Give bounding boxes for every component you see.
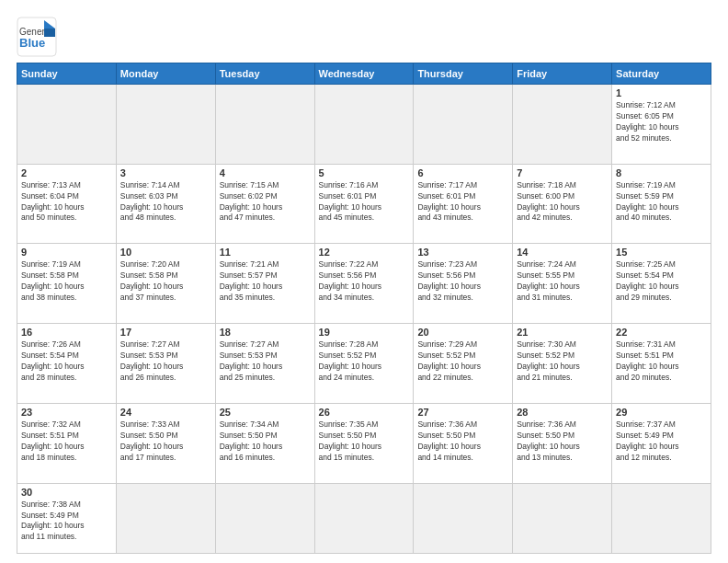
- table-row: [17, 85, 117, 165]
- day-number: 5: [319, 167, 410, 178]
- table-row: 21Sunrise: 7:30 AMSunset: 5:52 PMDayligh…: [513, 324, 612, 404]
- table-row: 6Sunrise: 7:17 AMSunset: 6:01 PMDaylight…: [414, 164, 513, 244]
- day-info: Sunrise: 7:36 AMSunset: 5:50 PMDaylight:…: [417, 419, 508, 464]
- table-row: [314, 483, 414, 553]
- table-row: 7Sunrise: 7:18 AMSunset: 6:00 PMDaylight…: [513, 164, 612, 244]
- day-info: Sunrise: 7:19 AMSunset: 5:58 PMDaylight:…: [21, 259, 112, 304]
- table-row: 29Sunrise: 7:37 AMSunset: 5:49 PMDayligh…: [612, 403, 711, 483]
- svg-marker-4: [44, 29, 55, 37]
- day-info: Sunrise: 7:30 AMSunset: 5:52 PMDaylight:…: [517, 339, 608, 384]
- day-info: Sunrise: 7:27 AMSunset: 5:53 PMDaylight:…: [120, 339, 211, 384]
- table-row: 12Sunrise: 7:22 AMSunset: 5:56 PMDayligh…: [314, 244, 414, 324]
- day-number: 7: [517, 167, 608, 178]
- day-info: Sunrise: 7:16 AMSunset: 6:01 PMDaylight:…: [319, 180, 410, 224]
- day-number: 30: [21, 487, 112, 498]
- table-row: [513, 483, 612, 553]
- table-row: 20Sunrise: 7:29 AMSunset: 5:52 PMDayligh…: [414, 324, 513, 404]
- day-info: Sunrise: 7:27 AMSunset: 5:53 PMDaylight:…: [220, 339, 311, 384]
- day-number: 22: [616, 327, 707, 338]
- day-info: Sunrise: 7:18 AMSunset: 6:00 PMDaylight:…: [517, 180, 608, 224]
- table-row: 24Sunrise: 7:33 AMSunset: 5:50 PMDayligh…: [116, 403, 215, 483]
- day-number: 14: [517, 247, 608, 258]
- day-info: Sunrise: 7:19 AMSunset: 5:59 PMDaylight:…: [616, 180, 707, 224]
- col-header-thursday: Thursday: [414, 63, 513, 85]
- day-number: 19: [319, 327, 410, 338]
- col-header-tuesday: Tuesday: [215, 63, 314, 85]
- day-number: 13: [417, 247, 508, 258]
- table-row: 14Sunrise: 7:24 AMSunset: 5:55 PMDayligh…: [513, 244, 612, 324]
- table-row: 27Sunrise: 7:36 AMSunset: 5:50 PMDayligh…: [414, 403, 513, 483]
- table-row: 8Sunrise: 7:19 AMSunset: 5:59 PMDaylight…: [612, 164, 711, 244]
- day-number: 3: [120, 167, 211, 178]
- table-row: 3Sunrise: 7:14 AMSunset: 6:03 PMDaylight…: [116, 164, 215, 244]
- day-number: 26: [319, 407, 410, 418]
- table-row: [314, 85, 414, 165]
- day-info: Sunrise: 7:14 AMSunset: 6:03 PMDaylight:…: [120, 180, 211, 224]
- table-row: 11Sunrise: 7:21 AMSunset: 5:57 PMDayligh…: [215, 244, 314, 324]
- day-info: Sunrise: 7:20 AMSunset: 5:58 PMDaylight:…: [120, 259, 211, 304]
- page: GeneralBlue SundayMondayTuesdayWednesday…: [0, 0, 728, 563]
- day-number: 28: [517, 407, 608, 418]
- day-info: Sunrise: 7:38 AMSunset: 5:49 PMDaylight:…: [21, 500, 112, 544]
- table-row: 18Sunrise: 7:27 AMSunset: 5:53 PMDayligh…: [215, 324, 314, 404]
- day-number: 12: [319, 247, 410, 258]
- day-info: Sunrise: 7:33 AMSunset: 5:50 PMDaylight:…: [120, 419, 211, 464]
- table-row: 25Sunrise: 7:34 AMSunset: 5:50 PMDayligh…: [215, 403, 314, 483]
- day-number: 18: [220, 327, 311, 338]
- table-row: 23Sunrise: 7:32 AMSunset: 5:51 PMDayligh…: [17, 403, 117, 483]
- table-row: 4Sunrise: 7:15 AMSunset: 6:02 PMDaylight…: [215, 164, 314, 244]
- day-number: 25: [220, 407, 311, 418]
- table-row: 15Sunrise: 7:25 AMSunset: 5:54 PMDayligh…: [612, 244, 711, 324]
- day-info: Sunrise: 7:37 AMSunset: 5:49 PMDaylight:…: [616, 419, 707, 464]
- day-info: Sunrise: 7:15 AMSunset: 6:02 PMDaylight:…: [220, 180, 311, 224]
- table-row: 28Sunrise: 7:36 AMSunset: 5:50 PMDayligh…: [513, 403, 612, 483]
- day-number: 1: [616, 87, 707, 98]
- day-info: Sunrise: 7:35 AMSunset: 5:50 PMDaylight:…: [319, 419, 410, 464]
- table-row: [414, 85, 513, 165]
- day-number: 23: [21, 407, 112, 418]
- calendar-table: SundayMondayTuesdayWednesdayThursdayFrid…: [17, 63, 711, 554]
- table-row: [612, 483, 711, 553]
- table-row: 17Sunrise: 7:27 AMSunset: 5:53 PMDayligh…: [116, 324, 215, 404]
- day-number: 21: [517, 327, 608, 338]
- day-number: 16: [21, 327, 112, 338]
- day-number: 2: [21, 167, 112, 178]
- table-row: 26Sunrise: 7:35 AMSunset: 5:50 PMDayligh…: [314, 403, 414, 483]
- day-info: Sunrise: 7:13 AMSunset: 6:04 PMDaylight:…: [21, 180, 112, 224]
- day-number: 24: [120, 407, 211, 418]
- day-info: Sunrise: 7:21 AMSunset: 5:57 PMDaylight:…: [220, 259, 311, 304]
- table-row: 1Sunrise: 7:12 AMSunset: 6:05 PMDaylight…: [612, 85, 711, 165]
- day-info: Sunrise: 7:23 AMSunset: 5:56 PMDaylight:…: [417, 259, 508, 304]
- day-info: Sunrise: 7:32 AMSunset: 5:51 PMDaylight:…: [21, 419, 112, 464]
- col-header-monday: Monday: [116, 63, 215, 85]
- day-number: 20: [417, 327, 508, 338]
- logo-svg: GeneralBlue: [17, 17, 57, 57]
- day-number: 27: [417, 407, 508, 418]
- table-row: [215, 483, 314, 553]
- day-number: 15: [616, 247, 707, 258]
- day-info: Sunrise: 7:31 AMSunset: 5:51 PMDaylight:…: [616, 339, 707, 384]
- table-row: 2Sunrise: 7:13 AMSunset: 6:04 PMDaylight…: [17, 164, 117, 244]
- day-number: 9: [21, 247, 112, 258]
- table-row: [513, 85, 612, 165]
- day-number: 11: [220, 247, 311, 258]
- day-info: Sunrise: 7:22 AMSunset: 5:56 PMDaylight:…: [319, 259, 410, 304]
- col-header-wednesday: Wednesday: [314, 63, 414, 85]
- table-row: [116, 483, 215, 553]
- day-number: 8: [616, 167, 707, 178]
- day-info: Sunrise: 7:26 AMSunset: 5:54 PMDaylight:…: [21, 339, 112, 384]
- day-number: 17: [120, 327, 211, 338]
- table-row: 22Sunrise: 7:31 AMSunset: 5:51 PMDayligh…: [612, 324, 711, 404]
- day-info: Sunrise: 7:24 AMSunset: 5:55 PMDaylight:…: [517, 259, 608, 304]
- table-row: 16Sunrise: 7:26 AMSunset: 5:54 PMDayligh…: [17, 324, 117, 404]
- day-number: 4: [220, 167, 311, 178]
- col-header-saturday: Saturday: [612, 63, 711, 85]
- table-row: 5Sunrise: 7:16 AMSunset: 6:01 PMDaylight…: [314, 164, 414, 244]
- table-row: 9Sunrise: 7:19 AMSunset: 5:58 PMDaylight…: [17, 244, 117, 324]
- day-number: 6: [417, 167, 508, 178]
- table-row: [215, 85, 314, 165]
- table-row: 13Sunrise: 7:23 AMSunset: 5:56 PMDayligh…: [414, 244, 513, 324]
- table-row: [414, 483, 513, 553]
- day-info: Sunrise: 7:12 AMSunset: 6:05 PMDaylight:…: [616, 100, 707, 144]
- day-info: Sunrise: 7:25 AMSunset: 5:54 PMDaylight:…: [616, 259, 707, 304]
